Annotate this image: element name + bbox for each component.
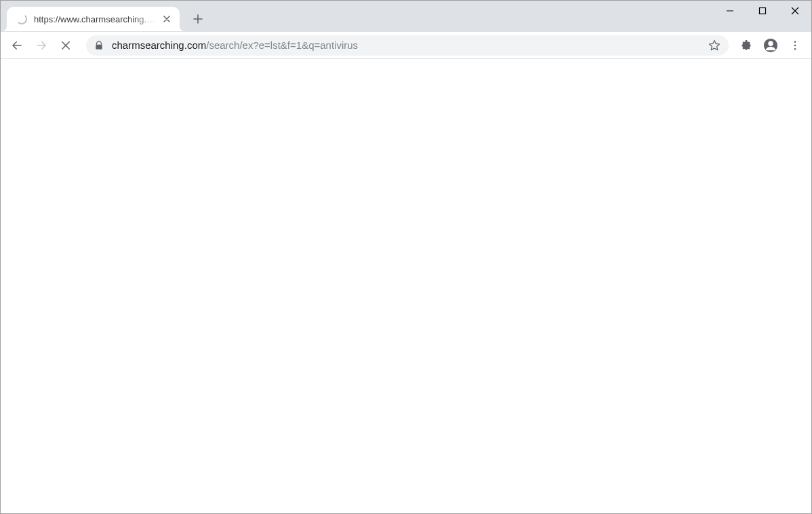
url-host: charmsearching.com [112,39,206,51]
window-maximize-button[interactable] [746,1,779,21]
toolbar-right [734,33,807,58]
profile-button[interactable] [758,33,783,58]
tab-title: https://www.charmsearching.com [34,14,158,24]
lock-icon[interactable] [94,41,104,50]
user-avatar-icon [763,38,778,53]
bookmark-button[interactable] [708,39,720,52]
tab-loading-spinner-icon [16,14,27,24]
address-bar[interactable]: charmsearching.com/search/ex?e=lst&f=1&q… [86,35,729,56]
svg-point-5 [794,44,796,46]
page-content [1,59,811,513]
close-icon [60,39,72,52]
svg-rect-0 [760,8,766,14]
window-minimize-button[interactable] [714,1,746,21]
minimize-icon [726,7,734,15]
svg-point-6 [794,47,796,50]
close-icon [791,7,799,15]
extensions-button[interactable] [734,33,758,58]
svg-point-3 [768,41,773,45]
url-text: charmsearching.com/search/ex?e=lst&f=1&q… [112,39,708,51]
tab-close-button[interactable] [161,13,173,25]
close-icon [163,16,170,22]
vertical-dots-icon [789,39,801,52]
window-close-button[interactable] [779,1,811,21]
svg-point-4 [794,41,796,43]
menu-button[interactable] [783,33,807,58]
arrow-right-icon [35,39,47,52]
window-controls [714,1,811,21]
maximize-icon [758,7,767,15]
star-icon [708,39,720,52]
puzzle-piece-icon [740,39,752,52]
nav-stop-button[interactable] [54,33,78,58]
new-tab-button[interactable] [188,9,208,29]
nav-back-button[interactable] [5,33,29,58]
browser-toolbar: charmsearching.com/search/ex?e=lst&f=1&q… [1,32,811,59]
svg-rect-1 [96,44,102,49]
plus-icon [193,14,203,24]
url-path: /search/ex?e=lst&f=1&q=antivirus [206,39,358,51]
nav-forward-button[interactable] [29,33,54,58]
window-titlebar: https://www.charmsearching.com [1,1,811,32]
arrow-left-icon [11,39,23,52]
browser-tab[interactable]: https://www.charmsearching.com [7,7,180,31]
